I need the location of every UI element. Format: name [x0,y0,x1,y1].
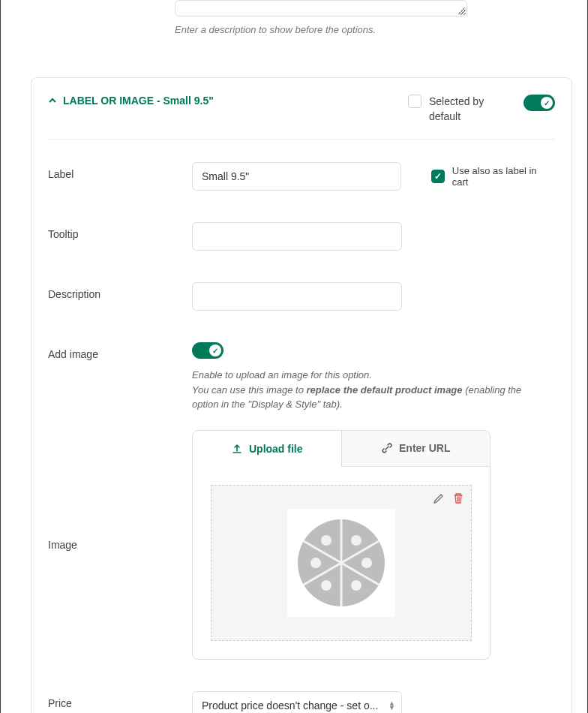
chevron-up-icon [48,96,57,105]
price-select[interactable]: Product price doesn't change - set o... … [192,691,402,713]
tooltip-input[interactable] [192,222,402,251]
image-preview [287,509,395,617]
pizza-icon [295,516,388,609]
upload-icon [231,443,243,455]
select-arrows-icon: ▲▼ [388,701,395,710]
use-as-cart-label-checkbox[interactable] [431,170,445,183]
label-input[interactable] [192,162,401,191]
image-drop-area[interactable] [211,485,472,641]
svg-point-4 [321,535,332,546]
svg-point-6 [310,558,321,568]
add-image-toggle[interactable] [192,342,224,359]
tab-upload-file[interactable]: Upload file [193,431,341,467]
selected-by-default-checkbox[interactable] [408,95,422,108]
trash-icon [452,492,464,504]
pencil-icon [433,492,445,504]
use-as-cart-label-text: Use also as label in cart [452,165,555,188]
svg-point-8 [321,580,332,591]
add-image-field-label: Add image [48,342,192,412]
panel-enabled-toggle[interactable] [524,95,555,111]
description-field-label: Description [48,282,192,311]
panel-toggle-collapse[interactable]: LABEL OR IMAGE - Small 9.5" [48,95,214,107]
tooltip-field-label: Tooltip [48,222,192,251]
add-image-hint: Enable to upload an image for this optio… [192,368,522,412]
svg-point-5 [351,535,362,546]
edit-image-button[interactable] [432,492,446,505]
delete-image-button[interactable] [452,492,465,505]
price-field-label: Price [48,691,192,713]
label-field-label: Label [48,162,192,191]
link-icon [381,442,393,454]
description-textarea[interactable] [175,0,467,17]
selected-by-default-label: Selected by default [429,95,513,124]
description-input[interactable] [192,282,402,311]
description-hint: Enter a description to show before the o… [175,24,572,35]
svg-point-9 [351,580,362,591]
tab-enter-url[interactable]: Enter URL [341,431,490,467]
svg-point-7 [362,558,372,568]
image-field-label: Image [48,539,192,551]
